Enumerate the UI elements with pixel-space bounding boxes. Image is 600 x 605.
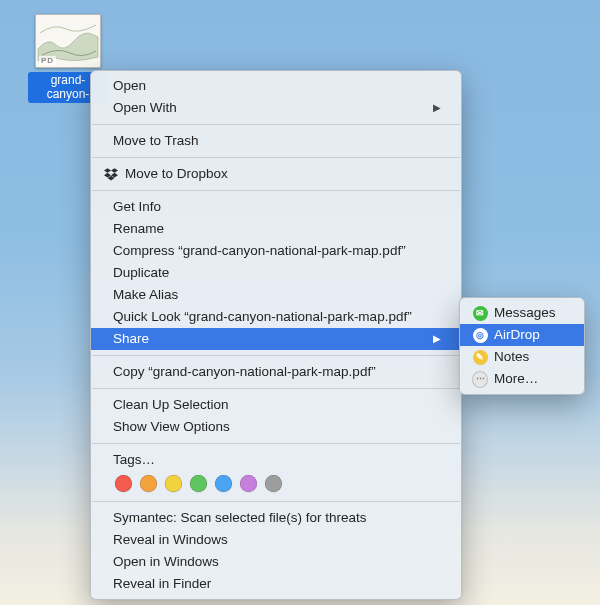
tags-row (91, 471, 461, 496)
file-thumbnail: PD (35, 14, 101, 68)
menu-reveal-in-windows[interactable]: Reveal in Windows (91, 529, 461, 551)
svg-marker-2 (111, 168, 118, 173)
menu-quick-look[interactable]: Quick Look “grand-canyon-national-park-m… (91, 306, 461, 328)
share-airdrop[interactable]: ◎ AirDrop (460, 324, 584, 346)
messages-icon: ✉ (472, 305, 488, 321)
menu-get-info[interactable]: Get Info (91, 196, 461, 218)
context-menu: Open Open With ▶ Move to Trash Move to D… (90, 70, 462, 600)
notes-icon: ✎ (472, 349, 488, 365)
more-icon: ⋯ (472, 371, 488, 387)
menu-compress[interactable]: Compress “grand-canyon-national-park-map… (91, 240, 461, 262)
menu-move-to-trash[interactable]: Move to Trash (91, 130, 461, 152)
separator (92, 157, 460, 158)
menu-tags[interactable]: Tags… (91, 449, 461, 471)
menu-move-to-dropbox[interactable]: Move to Dropbox (91, 163, 461, 185)
share-notes[interactable]: ✎ Notes (460, 346, 584, 368)
menu-duplicate[interactable]: Duplicate (91, 262, 461, 284)
menu-open[interactable]: Open (91, 75, 461, 97)
share-more[interactable]: ⋯ More… (460, 368, 584, 390)
menu-open-with[interactable]: Open With ▶ (91, 97, 461, 119)
chevron-right-icon: ▶ (433, 99, 441, 117)
airdrop-icon: ◎ (472, 327, 488, 343)
separator (92, 388, 460, 389)
tag-yellow[interactable] (165, 475, 182, 492)
separator (92, 501, 460, 502)
tag-red[interactable] (115, 475, 132, 492)
separator (92, 443, 460, 444)
separator (92, 124, 460, 125)
menu-reveal-in-finder[interactable]: Reveal in Finder (91, 573, 461, 595)
svg-marker-1 (104, 168, 111, 173)
chevron-right-icon: ▶ (433, 330, 441, 348)
menu-share[interactable]: Share ▶ (91, 328, 461, 350)
separator (92, 355, 460, 356)
file-type-badge: PD (39, 56, 56, 65)
share-messages[interactable]: ✉ Messages (460, 302, 584, 324)
menu-clean-up[interactable]: Clean Up Selection (91, 394, 461, 416)
tag-purple[interactable] (240, 475, 257, 492)
tag-green[interactable] (190, 475, 207, 492)
share-submenu: ✉ Messages ◎ AirDrop ✎ Notes ⋯ More… (459, 297, 585, 395)
menu-symantec-scan[interactable]: Symantec: Scan selected file(s) for thre… (91, 507, 461, 529)
dropbox-icon (103, 166, 119, 182)
menu-show-view-options[interactable]: Show View Options (91, 416, 461, 438)
menu-copy[interactable]: Copy “grand-canyon-national-park-map.pdf… (91, 361, 461, 383)
menu-make-alias[interactable]: Make Alias (91, 284, 461, 306)
tag-gray[interactable] (265, 475, 282, 492)
menu-open-in-windows[interactable]: Open in Windows (91, 551, 461, 573)
tag-blue[interactable] (215, 475, 232, 492)
separator (92, 190, 460, 191)
menu-rename[interactable]: Rename (91, 218, 461, 240)
tag-orange[interactable] (140, 475, 157, 492)
